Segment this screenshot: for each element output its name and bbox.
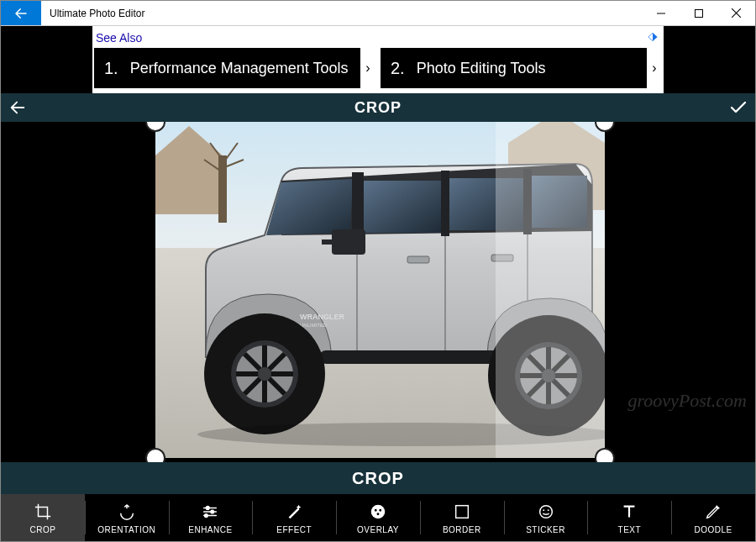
crop-handle-bottom-right[interactable]: [595, 448, 615, 462]
maximize-icon: [695, 9, 703, 18]
svg-rect-0: [695, 9, 702, 17]
overlay-icon: [369, 503, 387, 521]
minimize-button[interactable]: [642, 1, 680, 25]
watermark: groovyPost.com: [627, 390, 747, 412]
svg-point-36: [376, 512, 380, 515]
svg-rect-14: [407, 256, 429, 263]
svg-rect-11: [352, 172, 364, 238]
svg-rect-7: [218, 155, 227, 223]
back-button[interactable]: [1, 1, 41, 25]
tool-label: OVERLAY: [357, 525, 399, 534]
tool-strip: CROP ORENTATION ENHANCE EFFECT OVERLAY B…: [1, 494, 755, 541]
svg-text:WRANGLER: WRANGLER: [300, 313, 344, 321]
svg-point-39: [543, 509, 544, 511]
arrow-left-icon: [13, 6, 29, 21]
svg-rect-18: [319, 350, 508, 364]
svg-text:UNLIMITED: UNLIMITED: [300, 323, 328, 328]
titlebar: Ultimate Photo Editor: [1, 1, 755, 26]
maximize-button[interactable]: [680, 1, 717, 25]
close-button[interactable]: [717, 1, 755, 25]
tool-doodle[interactable]: DOODLE: [671, 494, 755, 541]
photo-preview[interactable]: WRANGLER UNLIMITED: [155, 122, 605, 458]
mode-label-bar: CROP: [1, 462, 755, 494]
app-window: Ultimate Photo Editor See Also 1. Perfor…: [0, 0, 756, 542]
svg-point-24: [258, 367, 271, 381]
svg-rect-3: [155, 155, 223, 214]
svg-point-40: [547, 509, 549, 511]
svg-rect-16: [332, 229, 365, 255]
svg-point-38: [539, 505, 552, 518]
tool-label: ENHANCE: [188, 525, 232, 534]
mode-title: CROP: [34, 99, 722, 117]
crop-handle-bottom-left[interactable]: [145, 448, 165, 462]
svg-point-32: [205, 513, 208, 517]
text-icon: [620, 503, 638, 521]
tool-label: EFFECT: [276, 525, 312, 534]
svg-rect-8: [364, 181, 441, 233]
chevron-right-icon: ›: [647, 48, 662, 88]
ad-row: 1. Performance Management Tools › 2. Pho…: [92, 48, 664, 90]
sticker-icon: [537, 503, 555, 521]
ad-card-1[interactable]: 1. Performance Management Tools ›: [94, 48, 375, 88]
ad-box: See Also 1. Performance Management Tools…: [92, 26, 664, 93]
checkmark-icon: [728, 97, 748, 118]
tool-enhance[interactable]: ENHANCE: [169, 494, 253, 541]
tool-label: TEXT: [618, 525, 642, 534]
tool-sticker[interactable]: STICKER: [504, 494, 588, 541]
crop-icon: [34, 503, 52, 521]
ad-card-2[interactable]: 2. Photo Editing Tools ›: [381, 48, 662, 88]
border-icon: [453, 503, 471, 521]
crop-excluded-overlay: [496, 122, 605, 458]
ad-card-label: Performance Management Tools: [130, 60, 349, 77]
tool-effect[interactable]: EFFECT: [252, 494, 336, 541]
close-icon: [732, 8, 741, 18]
confirm-button[interactable]: [722, 97, 755, 118]
ad-card-label: Photo Editing Tools: [417, 60, 546, 77]
minimize-icon: [657, 9, 665, 18]
tool-border[interactable]: BORDER: [420, 494, 504, 541]
svg-rect-17: [322, 239, 335, 245]
tool-crop[interactable]: CROP: [1, 494, 85, 541]
svg-rect-37: [455, 505, 468, 518]
canvas-area[interactable]: WRANGLER UNLIMITED: [1, 122, 755, 462]
tool-overlay[interactable]: OVERLAY: [336, 494, 420, 541]
effect-icon: [285, 503, 303, 521]
ad-region: See Also 1. Performance Management Tools…: [1, 26, 755, 93]
ad-card-number: 1.: [104, 59, 118, 78]
window-title: Ultimate Photo Editor: [41, 1, 153, 25]
doodle-icon: [704, 503, 722, 521]
arrow-left-icon: [8, 98, 27, 117]
enhance-icon: [201, 503, 219, 521]
svg-point-34: [374, 508, 377, 511]
svg-point-35: [379, 508, 382, 511]
tool-label: BORDER: [443, 525, 481, 534]
svg-point-30: [207, 506, 210, 509]
svg-point-31: [211, 510, 214, 513]
tool-text[interactable]: TEXT: [587, 494, 671, 541]
ad-info-icon[interactable]: [647, 31, 659, 43]
titlebar-spacer: [153, 1, 642, 25]
cancel-button[interactable]: [1, 98, 34, 117]
ad-card-number: 2.: [391, 59, 405, 78]
chevron-right-icon: ›: [360, 48, 375, 88]
ad-header: See Also: [92, 26, 664, 48]
tool-label: STICKER: [526, 525, 565, 534]
tool-orientation[interactable]: ORENTATION: [85, 494, 169, 541]
tool-label: ORENTATION: [97, 525, 155, 534]
mode-bar: CROP: [1, 93, 755, 122]
svg-rect-12: [441, 171, 449, 236]
orientation-icon: [118, 503, 136, 521]
tool-label: DOODLE: [695, 525, 732, 534]
tool-label: CROP: [29, 525, 55, 534]
